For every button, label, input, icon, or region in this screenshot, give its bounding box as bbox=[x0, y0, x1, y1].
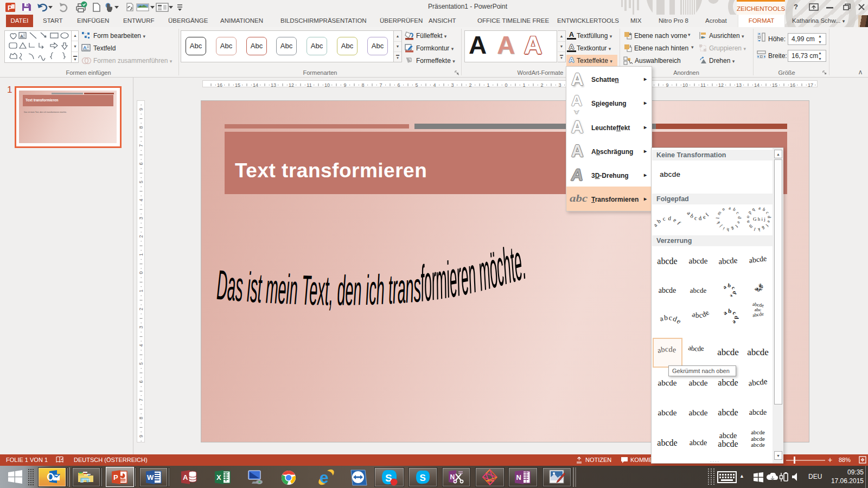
svg-text:A: A bbox=[20, 34, 23, 38]
svg-text:5: 5 bbox=[138, 181, 144, 183]
svg-text:a b c d e f g: a b c d e f g bbox=[685, 204, 711, 221]
svg-text:0: 0 bbox=[505, 82, 507, 88]
svg-text:16: 16 bbox=[217, 82, 222, 88]
svg-text:2: 2 bbox=[540, 82, 543, 88]
svg-text:12: 12 bbox=[289, 82, 294, 88]
svg-text:14: 14 bbox=[253, 82, 258, 88]
svg-text:1: 1 bbox=[138, 253, 144, 256]
svg-text:5: 5 bbox=[415, 82, 418, 88]
svg-text:abcde: abcde bbox=[722, 282, 738, 297]
svg-text:abcde: abcde bbox=[659, 313, 682, 326]
svg-text:14: 14 bbox=[754, 82, 760, 88]
svg-text:7: 7 bbox=[138, 399, 144, 401]
svg-text:3: 3 bbox=[558, 82, 561, 88]
svg-text:11: 11 bbox=[307, 82, 311, 88]
svg-text:11: 11 bbox=[700, 82, 705, 88]
svg-text:N: N bbox=[516, 473, 521, 481]
svg-text:W: W bbox=[147, 473, 154, 481]
svg-text:1: 1 bbox=[522, 82, 525, 88]
svg-text:S: S bbox=[420, 473, 426, 483]
svg-text:9: 9 bbox=[138, 108, 144, 111]
svg-text:1: 1 bbox=[138, 290, 144, 292]
svg-text:15: 15 bbox=[772, 82, 777, 88]
svg-text:1: 1 bbox=[487, 82, 489, 88]
svg-text:A: A bbox=[183, 473, 188, 481]
svg-text:15: 15 bbox=[235, 82, 240, 88]
svg-text:4: 4 bbox=[138, 198, 144, 201]
svg-text:N: N bbox=[450, 473, 455, 481]
svg-text:abcde: abcde bbox=[691, 308, 711, 319]
svg-text:a b c d e f g: a b c d e f g bbox=[654, 204, 681, 228]
svg-text:10: 10 bbox=[682, 82, 688, 88]
svg-text:10: 10 bbox=[324, 82, 330, 88]
svg-text:formieren möchte.: formieren möchte. bbox=[419, 236, 528, 312]
svg-text:17: 17 bbox=[808, 82, 813, 88]
svg-text:12: 12 bbox=[718, 82, 724, 88]
svg-text:8: 8 bbox=[361, 82, 364, 88]
svg-text:2: 2 bbox=[138, 235, 144, 237]
svg-text:5: 5 bbox=[138, 362, 144, 365]
svg-text:8: 8 bbox=[138, 416, 144, 419]
svg-text:7: 7 bbox=[138, 144, 144, 147]
svg-text:9: 9 bbox=[138, 435, 144, 438]
svg-text:2: 2 bbox=[138, 307, 144, 310]
svg-text:13: 13 bbox=[736, 82, 742, 88]
svg-text:9: 9 bbox=[343, 82, 346, 88]
svg-text:3: 3 bbox=[138, 217, 144, 220]
svg-text:3: 3 bbox=[138, 326, 144, 329]
svg-text:16: 16 bbox=[790, 82, 795, 88]
svg-text:4: 4 bbox=[433, 82, 436, 88]
svg-text:3: 3 bbox=[451, 82, 454, 88]
svg-text:abcde: abcde bbox=[722, 307, 740, 325]
svg-text:abcde: abcde bbox=[687, 343, 704, 352]
svg-text:a b c d e f g h i j k l m n: a b c d e f g h i j k l m n bbox=[715, 205, 742, 233]
svg-text:8: 8 bbox=[138, 126, 144, 129]
svg-text:G h i j: G h i j bbox=[753, 216, 765, 222]
svg-text:9: 9 bbox=[666, 82, 668, 88]
svg-text:abcde: abcde bbox=[754, 282, 764, 293]
svg-text:13: 13 bbox=[271, 82, 276, 88]
svg-text:6: 6 bbox=[138, 162, 144, 165]
svg-text:0: 0 bbox=[138, 271, 144, 274]
svg-text:6: 6 bbox=[138, 380, 144, 383]
svg-text:X: X bbox=[216, 473, 221, 481]
svg-text:Das ist mein Text, den ich tra: Das ist mein Text, den ich trans bbox=[216, 261, 422, 314]
svg-text:P: P bbox=[113, 473, 118, 481]
svg-text:6: 6 bbox=[397, 82, 400, 88]
svg-text:4: 4 bbox=[138, 344, 144, 346]
svg-text:2: 2 bbox=[469, 82, 471, 88]
svg-text:7: 7 bbox=[379, 82, 382, 88]
